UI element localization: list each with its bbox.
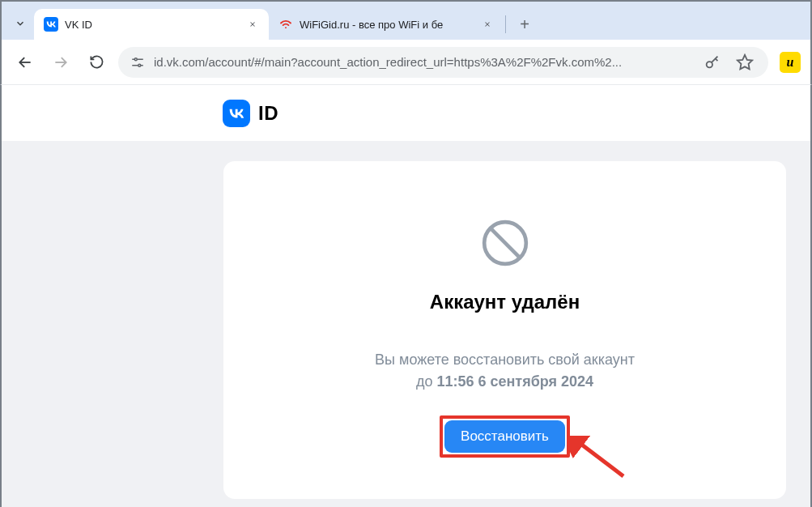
wifi-favicon-icon — [278, 17, 293, 32]
tab-title: WiFiGid.ru - все про WiFi и бе — [300, 19, 474, 31]
address-bar[interactable]: id.vk.com/account/#/main?account_action_… — [118, 47, 768, 78]
desc-line1: Вы можете восстановить свой аккаунт — [375, 351, 635, 368]
svg-marker-16 — [738, 54, 752, 68]
bookmark-star-icon[interactable] — [733, 50, 757, 75]
card-description: Вы можете восстановить свой аккаунт до 1… — [375, 349, 635, 393]
tab-search-button[interactable] — [6, 9, 34, 40]
desc-line2-prefix: до — [416, 373, 437, 390]
vk-favicon-icon — [44, 17, 58, 32]
forward-button[interactable] — [47, 49, 74, 76]
annotation-highlight: Восстановить — [440, 415, 570, 458]
new-tab-button[interactable]: + — [512, 12, 537, 36]
page-content: ID Аккаунт удалён Вы можете восстановить… — [0, 85, 812, 507]
tab-separator — [505, 15, 506, 33]
browser-tab-inactive[interactable]: WiFiGid.ru - все про WiFi и бе — [269, 9, 504, 40]
desc-deadline: 11:56 6 сентября 2024 — [436, 373, 593, 390]
account-deleted-card: Аккаунт удалён Вы можете восстановить св… — [223, 161, 786, 499]
svg-point-2 — [285, 27, 287, 28]
site-controls-icon[interactable] — [130, 54, 146, 70]
vk-logo-icon — [223, 100, 250, 127]
back-button[interactable] — [11, 49, 39, 76]
svg-line-18 — [491, 229, 519, 257]
url-text: id.vk.com/account/#/main?account_action_… — [154, 55, 692, 69]
extension-badge[interactable]: u — [780, 52, 801, 73]
tab-close-button[interactable] — [481, 18, 494, 31]
browser-toolbar: id.vk.com/account/#/main?account_action_… — [0, 40, 812, 85]
svg-point-7 — [134, 58, 137, 60]
tab-title: VK ID — [65, 19, 240, 31]
svg-point-10 — [138, 64, 141, 66]
vk-id-header: ID — [2, 85, 810, 141]
restore-button[interactable]: Восстановить — [444, 420, 565, 453]
chevron-down-icon — [15, 18, 26, 32]
svg-line-15 — [716, 58, 718, 61]
content-area: Аккаунт удалён Вы можете восстановить св… — [2, 141, 810, 507]
card-title: Аккаунт удалён — [430, 291, 580, 313]
reload-button[interactable] — [83, 49, 110, 76]
password-key-icon[interactable] — [700, 50, 725, 75]
browser-tab-strip: VK ID WiFiGid.ru - все про WiFi и бе + — [0, 0, 812, 40]
browser-tab-active[interactable]: VK ID — [34, 9, 269, 40]
prohibit-icon — [480, 218, 530, 268]
tab-close-button[interactable] — [246, 18, 259, 31]
brand-label: ID — [258, 102, 278, 125]
